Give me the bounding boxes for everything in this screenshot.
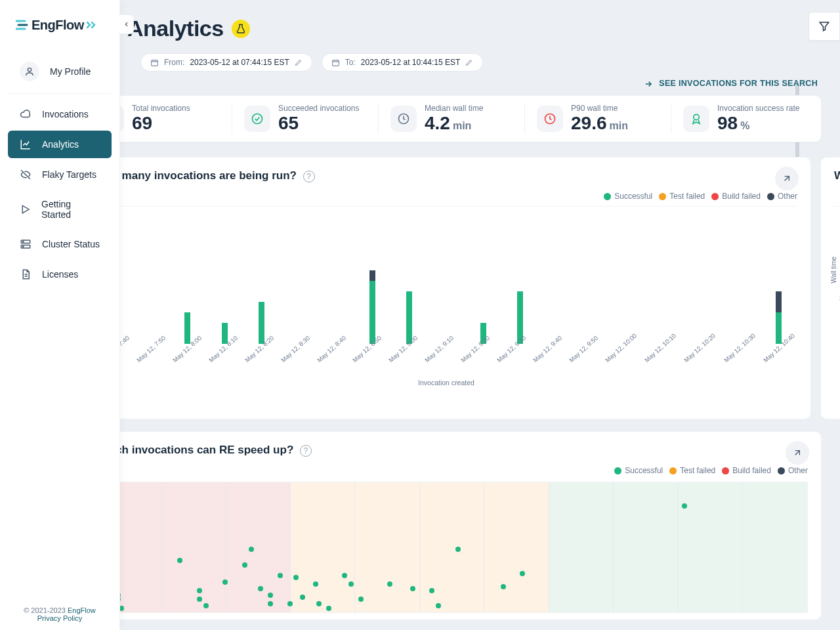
footer-brand-link[interactable]: EngFlow: [68, 606, 96, 614]
play-icon: [20, 203, 31, 215]
stat-rate: Invocation success rate 98%: [671, 104, 817, 134]
date-from-value: 2023-05-12 at 07:44:15 EST: [190, 58, 289, 67]
scatter-chart: 0 sec16.67 min33.33 min50 min1.11 hrs1.3…: [834, 206, 840, 344]
svg-point-9: [23, 242, 24, 243]
svg-rect-0: [152, 60, 158, 66]
expand-icon: [782, 173, 792, 184]
expand-icon: [792, 448, 803, 458]
pencil-icon: [465, 58, 473, 66]
legend: Successful Test failed Build failed Othe…: [95, 466, 808, 475]
sidebar-item-cluster-status[interactable]: Cluster Status: [8, 230, 112, 258]
chart-line-icon: [20, 138, 32, 150]
help-icon[interactable]: ?: [303, 171, 315, 182]
sidebar-item-analytics[interactable]: Analytics: [8, 131, 112, 158]
card-speedup: Which invocations can RE speed up? ? Suc…: [81, 431, 822, 621]
beta-badge: [232, 20, 250, 38]
sidebar: EngFlow My Profile InvocationsAnalyticsF…: [0, 0, 119, 630]
card-title: Which invocations take the longest?: [834, 169, 840, 182]
svg-point-5: [694, 114, 699, 119]
sidebar-footer: © 2021-2023 EngFlow Privacy Policy: [0, 606, 119, 622]
bar-chart: [95, 206, 797, 344]
svg-point-6: [28, 68, 31, 72]
card-title: How many invocations are being run?: [95, 169, 297, 182]
chevrons-icon: [87, 17, 98, 33]
svg-rect-1: [332, 60, 339, 66]
date-to-label: To:: [345, 58, 356, 67]
card-longest: Which invocations take the longest? ? Su…: [820, 157, 840, 419]
svg-point-10: [23, 246, 24, 247]
divider: [9, 93, 110, 94]
svg-point-2: [253, 114, 262, 123]
nav-label: Cluster Status: [42, 239, 100, 249]
sidebar-item-flaky-targets[interactable]: Flaky Targets: [8, 161, 112, 188]
person-icon: [24, 66, 35, 77]
stat-median: Median wall time 4.2min: [379, 104, 525, 134]
check-circle-icon: [251, 112, 264, 125]
stat-p90: P90 wall time 29.6min: [525, 104, 671, 134]
sidebar-collapse-button[interactable]: [119, 14, 134, 34]
filter-button[interactable]: [808, 12, 840, 41]
nav-label: Invocations: [42, 109, 89, 119]
calendar-icon: [150, 58, 159, 67]
sidebar-item-invocations[interactable]: Invocations: [8, 100, 112, 128]
eye-off-icon: [20, 169, 32, 180]
servers-icon: [20, 238, 32, 250]
page-title: Analytics: [127, 16, 224, 41]
see-invocations-link[interactable]: SEE INVOCATIONS FOR THIS SEARCH: [644, 78, 818, 88]
date-from-pill[interactable]: From: 2023-05-12 at 07:44:15 EST: [140, 53, 312, 72]
pencil-icon: [295, 58, 303, 66]
sidebar-item-getting-started[interactable]: Getting Started: [8, 191, 112, 228]
legend: Successful Test failed Build failed Othe…: [95, 192, 797, 201]
expand-button[interactable]: [775, 167, 799, 190]
privacy-link[interactable]: Privacy Policy: [37, 614, 82, 622]
flask-icon: [236, 24, 246, 34]
sidebar-item-licenses[interactable]: Licenses: [8, 261, 112, 288]
nav-label: Flaky Targets: [42, 169, 96, 180]
card-title: Which invocations can RE speed up?: [95, 444, 293, 456]
logo[interactable]: EngFlow: [0, 0, 119, 51]
stat-success: Succeeded invocations 65: [232, 104, 379, 134]
expand-button[interactable]: [786, 441, 809, 465]
nav-label: My Profile: [50, 66, 91, 77]
date-to-value: 2023-05-12 at 10:44:15 EST: [361, 58, 460, 67]
cloud-icon: [20, 108, 32, 120]
clock-icon: [397, 112, 410, 125]
heat-scatter-chart: [95, 482, 808, 613]
legend: Successful Test failed Build failed Othe…: [834, 192, 840, 201]
award-icon: [690, 112, 703, 125]
nav-label: Licenses: [42, 269, 78, 280]
help-icon[interactable]: ?: [300, 445, 312, 457]
engflow-logo-icon: [16, 17, 29, 33]
main-content: Analytics From: 2023-05-12 at 07:44:15 E…: [63, 0, 840, 630]
funnel-icon: [818, 20, 830, 32]
calendar-icon: [331, 58, 340, 67]
nav-label: Getting Started: [41, 199, 100, 220]
date-to-pill[interactable]: To: 2023-05-12 at 10:44:15 EST: [322, 53, 483, 72]
document-icon: [20, 268, 32, 280]
card-howmany: How many invocations are being run? ? Su…: [81, 157, 811, 419]
clock-alert-icon: [543, 112, 556, 125]
arrow-right-icon: [644, 79, 653, 89]
stats-card: Total invocations 69 Succeeded invocatio…: [81, 95, 822, 142]
chevron-left-icon: [123, 21, 130, 28]
date-from-label: From:: [164, 58, 184, 67]
sidebar-item-profile[interactable]: My Profile: [8, 54, 112, 89]
nav-label: Analytics: [42, 139, 79, 150]
